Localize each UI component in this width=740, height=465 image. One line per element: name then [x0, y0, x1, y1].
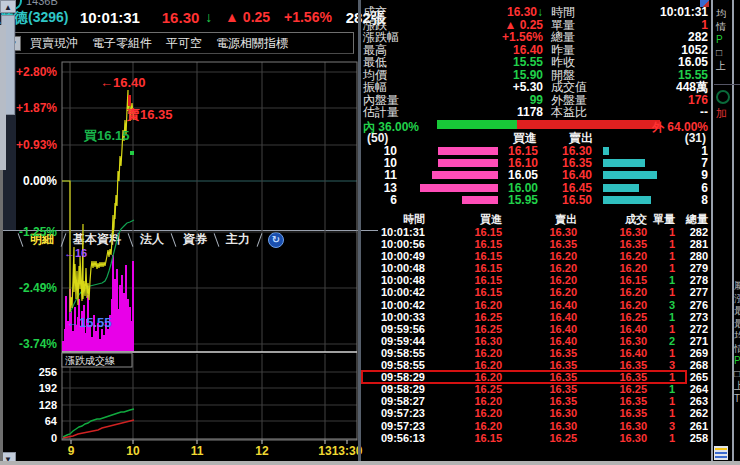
- window-bottom-edge[interactable]: [0, 461, 740, 465]
- tick-cell: 16.20: [440, 359, 502, 371]
- bottom-tab-bar: 明細基本資料法人資券主力↻: [0, 230, 378, 248]
- tick-row[interactable]: 09:57:2316.2016.3016.351262: [363, 407, 708, 419]
- sliver-divider: [714, 84, 740, 85]
- filter-item[interactable]: 電源相關指標: [216, 36, 288, 50]
- tick-cell: 16.35: [585, 359, 647, 371]
- bid-price: 15.95: [483, 194, 538, 206]
- tick-row[interactable]: 09:57:2316.2016.3016.303261: [363, 420, 708, 432]
- tick-row[interactable]: 10:00:5616.1516.3516.351281: [363, 238, 708, 250]
- bid-price: 16.05: [483, 169, 538, 181]
- sliver-glyph: □: [734, 368, 740, 379]
- outer-ratio-fill: [517, 120, 660, 129]
- quote-value: 282: [613, 31, 708, 44]
- tick-cell: 261: [668, 420, 708, 432]
- quote-row: 估計量1178本益比--: [363, 106, 708, 119]
- sliver-glyph: T: [734, 393, 740, 404]
- quote-value: 16.05: [613, 56, 708, 69]
- tick-header: 成交: [585, 213, 647, 226]
- sliver-glyph: 情: [716, 21, 730, 32]
- quote-label: 估計量: [363, 106, 419, 119]
- tick-row[interactable]: 10:00:4816.1516.2016.201279: [363, 262, 708, 274]
- tab-1[interactable]: 明細: [21, 231, 63, 248]
- tab-4[interactable]: 資券: [174, 231, 216, 248]
- tick-row[interactable]: 09:58:5516.2016.3516.353268: [363, 359, 708, 371]
- tick-cell: 16.30: [515, 420, 577, 432]
- tick-cell: 16.20: [440, 299, 502, 311]
- tick-cell: 16.20: [440, 395, 502, 407]
- svg-text:13: 13: [318, 444, 332, 458]
- tick-cell: 16.15: [440, 432, 502, 444]
- tick-row[interactable]: 09:58:2916.2016.3516.351265: [363, 371, 708, 383]
- tick-cell: 16.40: [515, 335, 577, 347]
- tick-cell: 16.20: [440, 407, 502, 419]
- tick-cell: 16.35: [585, 407, 647, 419]
- tick-cell: 16.15: [440, 238, 502, 250]
- tick-row[interactable]: 10:00:4216.2016.4016.203276: [363, 299, 708, 311]
- filter-item[interactable]: 電子零組件: [92, 36, 152, 50]
- tick-row[interactable]: 09:58:2916.2516.3516.251264: [363, 383, 708, 395]
- tab-3[interactable]: 法人: [131, 231, 173, 248]
- last-price: 16.30: [162, 9, 200, 26]
- quote-value: 448萬: [613, 81, 708, 94]
- tick-cell: 09:58:29: [363, 383, 425, 395]
- tick-row[interactable]: 09:58:2716.2016.3516.351263: [363, 395, 708, 407]
- quote-value: 176: [613, 94, 708, 107]
- tick-header-row: 時間買進賣出成交單量總量: [363, 213, 708, 226]
- tick-cell: 16.20: [515, 274, 577, 286]
- tick-cell: 10:00:48: [363, 274, 425, 286]
- downtick-arrow-icon: ↓: [205, 9, 217, 25]
- tick-cell: 16.15: [440, 274, 502, 286]
- window-left-edge-lower: [0, 170, 3, 461]
- tick-cell: 278: [668, 274, 708, 286]
- sliver-glyph: 上: [716, 60, 730, 71]
- tick-row[interactable]: 09:59:5616.2516.4016.401272: [363, 323, 708, 335]
- tick-cell: 271: [668, 335, 708, 347]
- order-book-row[interactable]: 1116.0516.409: [363, 169, 708, 181]
- tick-row[interactable]: 10:00:4216.1516.2016.201277: [363, 286, 708, 298]
- quote-summary-panel: 成交16.30↓時間10:01:31漲跌▲ 0.25單量1漲跌幅+1.56%總量…: [363, 6, 708, 119]
- ask-volume-bar: [603, 159, 645, 167]
- tick-row[interactable]: 09:56:1316.1516.2516.301258: [363, 432, 708, 444]
- order-book-row[interactable]: 1316.0016.456: [363, 182, 708, 194]
- tick-row[interactable]: 10:00:4916.1516.2016.201280: [363, 250, 708, 262]
- tick-cell: 16.20: [440, 371, 502, 383]
- filter-item[interactable]: 買賣現沖: [30, 36, 78, 50]
- scroll-up-button[interactable]: ▲: [0, 0, 16, 13]
- svg-text:-3.74%: -3.74%: [19, 337, 57, 351]
- sliver-glyph: 屬: [734, 280, 740, 291]
- tick-cell: 16.20: [585, 286, 647, 298]
- ask-volume-bar: [603, 184, 639, 192]
- order-book-row[interactable]: 615.9516.508: [363, 194, 708, 206]
- tick-row[interactable]: 10:01:3116.1516.3016.301282: [363, 226, 708, 238]
- filter-item[interactable]: 平可空: [166, 36, 202, 50]
- adjacent-panel-sliver: 均情P□上加屬漲最最均情P□上T: [714, 0, 740, 465]
- tick-cell: 281: [668, 238, 708, 250]
- panel-divider[interactable]: [358, 0, 361, 465]
- tab-2[interactable]: 基本資料: [64, 231, 130, 248]
- tick-cell: 16.35: [515, 347, 577, 359]
- refresh-icon[interactable]: ↻: [268, 232, 284, 248]
- tick-cell: 272: [668, 323, 708, 335]
- tick-cell: 09:59:56: [363, 323, 425, 335]
- tick-cell: 16.15: [440, 262, 502, 274]
- tick-cell: 273: [668, 311, 708, 323]
- tick-cell: 09:57:23: [363, 407, 425, 419]
- tab-5[interactable]: 主力: [217, 231, 259, 248]
- quote-label: 成交值: [551, 81, 613, 94]
- svg-text:+0.93%: +0.93%: [16, 138, 57, 152]
- tick-cell: 263: [668, 395, 708, 407]
- tick-cell: 16.20: [515, 262, 577, 274]
- tick-row[interactable]: 10:00:3316.2516.4016.251273: [363, 311, 708, 323]
- tick-cell: 16.25: [440, 311, 502, 323]
- tick-row[interactable]: 09:58:5516.2016.3516.401269: [363, 347, 708, 359]
- tick-row[interactable]: 10:00:4816.1516.2016.151278: [363, 274, 708, 286]
- tick-cell: 09:58:55: [363, 347, 425, 359]
- price-change-percent: +1.56%: [284, 9, 332, 25]
- tick-row[interactable]: 09:59:4416.3016.4016.302271: [363, 335, 708, 347]
- tick-cell: 10:00:42: [363, 299, 425, 311]
- svg-text:+2.80%: +2.80%: [16, 65, 57, 79]
- tick-cell: 16.15: [440, 226, 502, 238]
- bid-price: 16.00: [483, 182, 538, 194]
- tick-cell: 16.40: [515, 299, 577, 311]
- tick-cell: 282: [668, 226, 708, 238]
